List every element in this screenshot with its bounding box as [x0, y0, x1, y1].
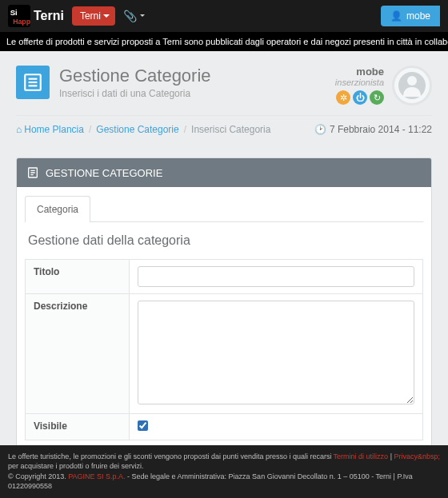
footer: Termini di utilizzo | Privacy&nbsp; Le o… — [0, 445, 448, 498]
page-title: Gestione Categorie — [59, 66, 211, 86]
user-menu-label: mobe — [406, 10, 430, 22]
breadcrumb: ⌂ Home Plancia / Gestione Categorie / In… — [16, 116, 432, 143]
topbar: SiHappy Terni Terni 📎 👤 mobe — [0, 0, 448, 32]
breadcrumb-section[interactable]: Gestione Categorie — [96, 124, 178, 135]
input-titolo[interactable] — [138, 266, 414, 287]
app-logo[interactable]: SiHappy Terni — [8, 5, 64, 27]
attach-menu[interactable]: 📎 — [123, 10, 145, 22]
svg-text:Si: Si — [10, 8, 18, 17]
tab-categoria[interactable]: Categoria — [25, 196, 90, 222]
svg-text:Happy: Happy — [13, 18, 30, 26]
label-titolo: Titolo — [26, 260, 130, 294]
user-menu-button[interactable]: 👤 mobe — [381, 6, 440, 26]
gear-icon[interactable]: ✲ — [336, 90, 350, 105]
header-username: mobe — [335, 66, 384, 78]
city-selected: Terni — [80, 10, 101, 22]
avatar — [392, 66, 432, 106]
logo-icon: SiHappy — [8, 5, 30, 27]
home-icon: ⌂ — [16, 124, 22, 135]
footer-terms-link[interactable]: Termini di utilizzo — [334, 452, 389, 460]
city-dropdown[interactable]: Terni — [72, 6, 115, 26]
breadcrumb-home[interactable]: ⌂ Home Plancia — [16, 124, 84, 135]
page-header: Gestione Categorie Inserisci i dati di u… — [16, 51, 432, 116]
input-descrizione[interactable] — [138, 301, 414, 404]
panel-title: GESTIONE CATEGORIE — [46, 167, 162, 179]
power-icon[interactable]: ⏻ — [353, 90, 367, 105]
list-icon — [22, 72, 43, 93]
document-icon — [26, 166, 39, 179]
timestamp: 🕑 7 Febbraio 2014 - 11:22 — [314, 124, 432, 135]
panel-header: GESTIONE CATEGORIE — [17, 158, 431, 187]
paperclip-icon: 📎 — [123, 10, 137, 22]
page-subtitle: Inserisci i dati di una Categoria — [59, 88, 211, 99]
info-strip: Le offerte di prodotti e servizi propost… — [0, 32, 448, 51]
user-icon: 👤 — [390, 10, 402, 22]
form-section-title: Gestione dati della categoria — [28, 233, 420, 248]
tabs: Categoria — [25, 195, 423, 222]
refresh-icon[interactable]: ↻ — [370, 90, 384, 105]
label-visibile: Visibile — [26, 414, 130, 440]
footer-company-link[interactable]: PAGINE SI S.p.A. — [68, 472, 125, 480]
clock-icon: 🕑 — [314, 124, 326, 135]
panel-categories: GESTIONE CATEGORIE Categoria Gestione da… — [16, 157, 432, 489]
brand-name: Terni — [34, 9, 64, 23]
label-descrizione: Descrizione — [26, 294, 130, 414]
page-header-icon — [16, 66, 50, 99]
checkbox-visibile[interactable] — [138, 420, 148, 431]
form-table: Titolo Descrizione Visibile — [25, 259, 423, 440]
user-badges: ✲ ⏻ ↻ — [335, 90, 384, 105]
breadcrumb-current: Inserisci Categoria — [191, 124, 270, 135]
footer-privacy-link[interactable]: Privacy&nbsp; — [394, 452, 440, 460]
header-user-role: inserzionista — [335, 78, 384, 87]
